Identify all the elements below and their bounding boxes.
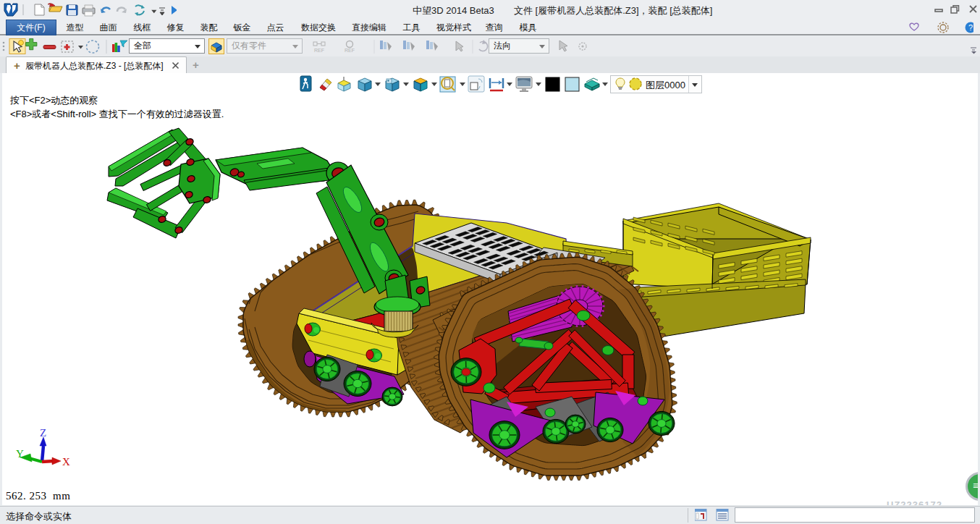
svg-text:Y: Y <box>16 448 24 460</box>
svg-text:Z: Z <box>40 427 46 439</box>
svg-text:REF: REF <box>345 48 355 53</box>
svg-text:X: X <box>62 456 70 468</box>
svg-text:REF: REF <box>314 48 324 53</box>
svg-text:?: ? <box>968 23 973 32</box>
